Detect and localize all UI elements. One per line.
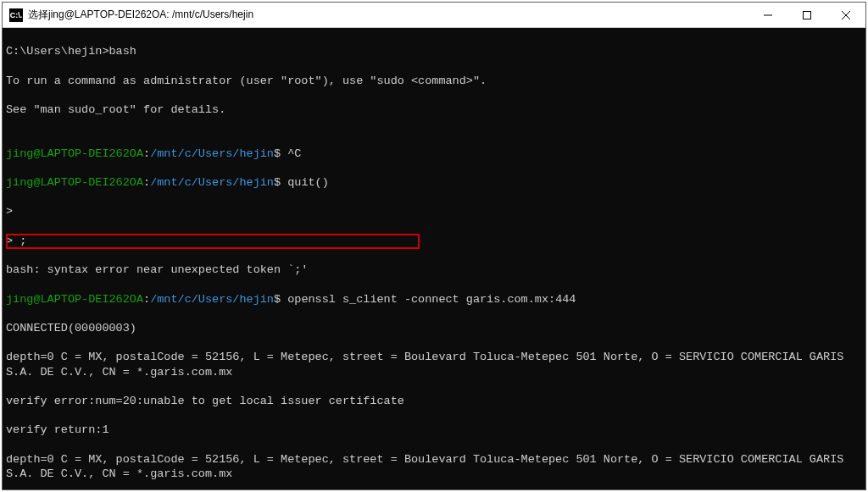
prompt-line: jing@LAPTOP-DEI262OA:/mnt/c/Users/hejin$… [6,146,862,161]
prompt-line: jing@LAPTOP-DEI262OA:/mnt/c/Users/hejin$… [6,292,862,307]
prompt-path: /mnt/c/Users/hejin [150,293,274,306]
titlebar[interactable]: C:\. 选择jing@LAPTOP-DEI262OA: /mnt/c/User… [3,3,865,28]
close-icon [842,11,850,19]
output-line: verify error:num=20:unable to get local … [6,394,862,408]
maximize-icon [803,11,811,19]
prompt-sep: : [143,147,150,160]
command-text: ^C [281,147,301,160]
prompt-sigil: $ [274,176,281,189]
command-text: openssl s_client -connect garis.com.mx:4… [281,293,576,306]
window-title: 选择jing@LAPTOP-DEI262OA: /mnt/c/Users/hej… [28,8,748,22]
prompt-sigil: $ [274,293,281,306]
output-line: depth=0 C = MX, postalCode = 52156, L = … [6,350,862,379]
output-line: CONNECTED(00000003) [6,321,862,335]
window-controls [748,3,865,27]
command-text: quit() [281,176,329,189]
prompt-sigil: $ [274,147,281,160]
terminal-window: C:\. 选择jing@LAPTOP-DEI262OA: /mnt/c/User… [2,2,866,490]
minimize-button[interactable] [748,3,787,27]
output-line: verify return:1 [6,423,862,437]
prompt-user: jing@LAPTOP-DEI262OA [6,176,143,189]
output-line: C:\Users\hejin>bash [6,44,862,58]
output-line: depth=0 C = MX, postalCode = 52156, L = … [6,452,862,481]
terminal-output[interactable]: C:\Users\hejin>bash To run a command as … [3,28,865,489]
prompt-user: jing@LAPTOP-DEI262OA [6,293,143,306]
prompt-path: /mnt/c/Users/hejin [150,147,274,160]
maximize-button[interactable] [787,3,826,27]
cmd-icon: C:\. [9,8,23,22]
prompt-user: jing@LAPTOP-DEI262OA [6,147,143,160]
prompt-sep: : [143,293,150,306]
minimize-icon [764,11,772,19]
svg-rect-1 [804,11,811,19]
output-line: See "man sudo_root" for details. [6,102,862,117]
output-line: > [6,204,862,218]
close-button[interactable] [826,3,865,27]
output-line: > ; [6,234,862,248]
prompt-line: jing@LAPTOP-DEI262OA:/mnt/c/Users/hejin$… [6,175,862,190]
prompt-path: /mnt/c/Users/hejin [150,176,274,189]
output-line: bash: syntax error near unexpected token… [6,263,862,277]
prompt-sep: : [143,176,150,189]
output-line: To run a command as administrator (user … [6,74,862,88]
